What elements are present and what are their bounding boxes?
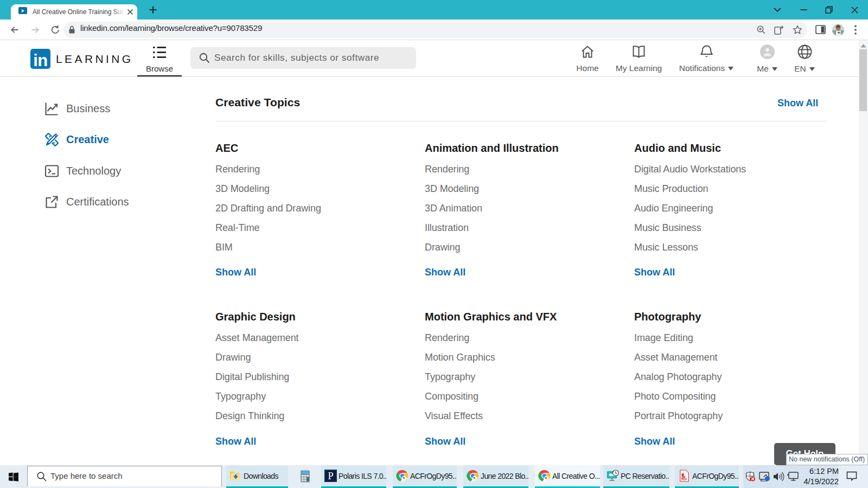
svg-text:P: P <box>328 471 333 481</box>
svg-text:PDF: PDF <box>681 478 687 481</box>
